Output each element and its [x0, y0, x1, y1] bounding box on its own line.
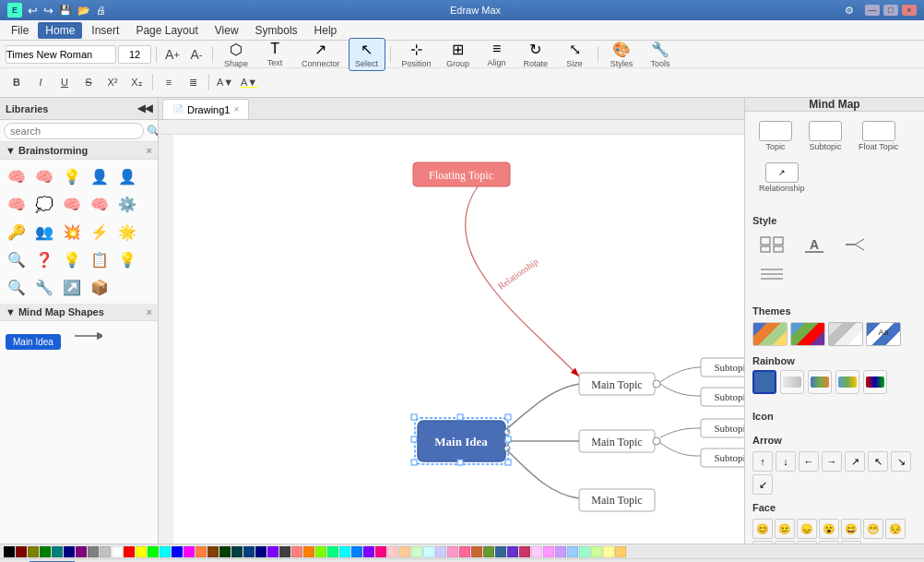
shape-item[interactable]: 🌟: [114, 219, 140, 245]
search-icon[interactable]: 🔍: [147, 125, 159, 138]
face-1[interactable]: 😊: [752, 519, 773, 539]
topic-btn[interactable]: Topic: [752, 117, 799, 155]
arrow-down-btn[interactable]: ↓: [776, 451, 796, 472]
menu-page-layout[interactable]: Page Layout: [128, 22, 205, 39]
color-swatch[interactable]: [52, 546, 63, 557]
menu-file[interactable]: File: [4, 22, 36, 39]
brainstorming-close-btn[interactable]: ×: [147, 145, 152, 156]
arrow-up-left-btn[interactable]: ↖: [868, 451, 888, 472]
minimize-button[interactable]: —: [865, 5, 880, 16]
font-size-decrease-btn[interactable]: A-: [185, 44, 207, 65]
bold-btn[interactable]: B: [6, 72, 28, 92]
color-swatch[interactable]: [28, 546, 39, 557]
arrow-down-right-btn[interactable]: ↘: [891, 451, 911, 472]
color-swatch[interactable]: [279, 546, 290, 557]
brainstorming-section-header[interactable]: ▼ Brainstorming ×: [0, 142, 158, 160]
color-swatch[interactable]: [471, 546, 482, 557]
color-swatch[interactable]: [315, 546, 326, 557]
strikethrough-btn[interactable]: S: [77, 72, 100, 92]
undo-btn[interactable]: ↩: [28, 4, 38, 18]
color-swatch[interactable]: [435, 546, 446, 557]
align-btn[interactable]: ≡ Align: [479, 38, 515, 70]
face-8[interactable]: 😕: [752, 541, 773, 544]
relationship-btn[interactable]: ↗ Relationship: [752, 159, 811, 197]
color-swatch[interactable]: [303, 546, 314, 557]
color-swatch[interactable]: [531, 546, 542, 557]
color-swatch[interactable]: [603, 546, 614, 557]
arrow-up-btn[interactable]: ↑: [752, 451, 773, 472]
color-swatch[interactable]: [267, 546, 278, 557]
arrow-up-right-btn[interactable]: ↗: [845, 451, 865, 472]
style-list-btn[interactable]: [752, 261, 791, 287]
arrow-down-left-btn[interactable]: ↙: [752, 474, 773, 495]
theme-box-3[interactable]: [828, 322, 863, 346]
superscript-btn[interactable]: X²: [101, 72, 124, 92]
style-branch-btn[interactable]: [837, 232, 876, 257]
style-text-btn[interactable]: A: [795, 232, 834, 257]
rainbow-btn-4[interactable]: [863, 370, 887, 394]
styles-btn[interactable]: 🎨 Styles: [603, 38, 640, 71]
color-swatch[interactable]: [124, 546, 135, 557]
face-5[interactable]: 😄: [841, 519, 861, 539]
color-swatch[interactable]: [351, 546, 362, 557]
text-tool-btn[interactable]: T Text: [256, 38, 293, 70]
open-btn[interactable]: 📂: [77, 5, 90, 17]
color-swatch[interactable]: [399, 546, 410, 557]
main-idea-shape[interactable]: Main Idea: [6, 334, 61, 350]
shape-item[interactable]: ❓: [31, 246, 57, 272]
face-4[interactable]: 😮: [819, 519, 839, 539]
color-swatch[interactable]: [555, 546, 566, 557]
shape-item[interactable]: 📋: [87, 246, 113, 272]
tools-btn[interactable]: 🔧 Tools: [642, 38, 679, 71]
print-btn[interactable]: 🖨: [96, 5, 106, 16]
color-swatch[interactable]: [543, 546, 554, 557]
rainbow-btn-3[interactable]: [835, 370, 859, 394]
color-swatch[interactable]: [591, 546, 602, 557]
color-swatch[interactable]: [231, 546, 243, 557]
shape-item[interactable]: 💭: [31, 191, 57, 217]
rainbow-btn-2[interactable]: [808, 370, 832, 394]
select-tool-btn[interactable]: ↖ Select: [349, 38, 385, 71]
font-size-increase-btn[interactable]: A+: [161, 44, 184, 65]
color-swatch[interactable]: [4, 546, 15, 557]
shape-item[interactable]: 🧠: [4, 191, 30, 217]
color-swatch[interactable]: [339, 546, 350, 557]
float-topic-btn[interactable]: Float Topic: [852, 117, 905, 155]
shape-item[interactable]: 💡: [59, 246, 85, 272]
search-input[interactable]: [4, 123, 144, 139]
menu-view[interactable]: View: [207, 22, 246, 39]
color-swatch[interactable]: [579, 546, 590, 557]
face-10[interactable]: 😶: [797, 541, 817, 544]
maximize-button[interactable]: □: [883, 5, 898, 16]
close-button[interactable]: ×: [902, 5, 917, 16]
color-swatch[interactable]: [363, 546, 374, 557]
color-swatch[interactable]: [483, 546, 494, 557]
subtopic-btn[interactable]: Subtopic: [802, 117, 848, 155]
shape-item[interactable]: 💡: [114, 246, 140, 272]
connector-tool-btn[interactable]: ↗ Connector: [295, 38, 347, 71]
bullets-btn[interactable]: ≡: [158, 72, 180, 92]
face-9[interactable]: 😑: [775, 541, 795, 544]
color-swatch[interactable]: [459, 546, 470, 557]
arrow-right-btn[interactable]: →: [822, 451, 842, 472]
color-swatch[interactable]: [447, 546, 458, 557]
subscript-btn[interactable]: X₂: [125, 72, 148, 92]
shape-tool-btn[interactable]: ⬡ Shape: [218, 38, 255, 71]
color-swatch[interactable]: [327, 546, 338, 557]
color-swatch[interactable]: [112, 546, 123, 557]
shape-item[interactable]: 👤: [114, 163, 140, 189]
canvas-tab-drawing1[interactable]: 📄 Drawing1 ×: [162, 99, 249, 119]
shape-item[interactable]: 🔍: [4, 246, 30, 272]
shape-item[interactable]: 👥: [31, 219, 57, 245]
style-grid-btn[interactable]: [752, 232, 791, 257]
shape-item[interactable]: 🔍: [4, 274, 30, 300]
settings-icon[interactable]: ⚙: [845, 5, 854, 17]
drawing-area[interactable]: Floating Topic Main Idea: [173, 135, 744, 544]
color-swatch[interactable]: [76, 546, 87, 557]
color-swatch[interactable]: [375, 546, 386, 557]
shape-item[interactable]: 💥: [59, 219, 85, 245]
color-swatch[interactable]: [219, 546, 231, 557]
shape-item[interactable]: ↗️: [59, 274, 85, 300]
font-size-input[interactable]: [118, 45, 151, 64]
color-swatch[interactable]: [172, 546, 183, 557]
